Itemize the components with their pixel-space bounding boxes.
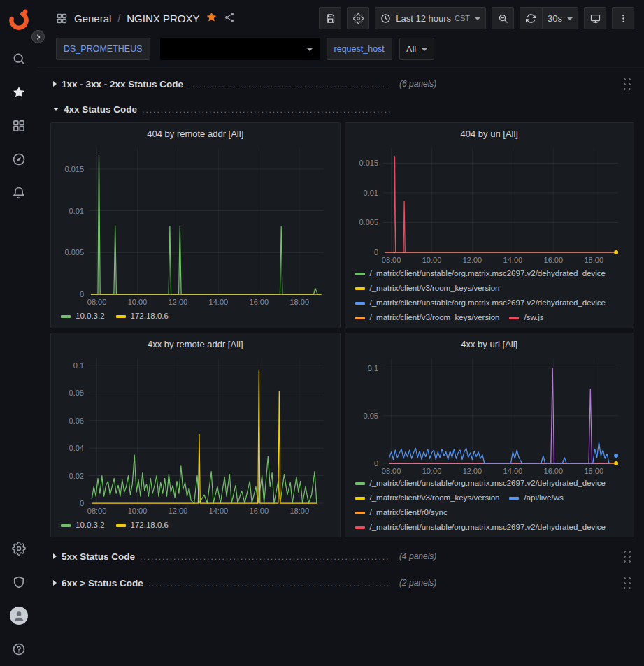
legend-item[interactable]: /_matrix/client/unstable/org.matrix.msc2… <box>355 268 606 280</box>
legend-label: /_matrix/client/v3/room_keys/version <box>370 282 500 294</box>
row-title: 5xx Status Code <box>62 551 135 562</box>
refresh-button-group: 30s <box>520 7 578 29</box>
panel-4xx-by-uri: 4xx by uri [All] 00.050.108:0010:0012:00… <box>345 333 635 537</box>
svg-text:0.04: 0.04 <box>69 444 84 452</box>
panel-title[interactable]: 404 by uri [All] <box>351 126 629 143</box>
variable-value-request-host[interactable]: All <box>399 38 434 60</box>
series-color-swatch <box>116 315 126 318</box>
legend-item[interactable]: 10.0.3.2 <box>61 310 105 322</box>
panel-title[interactable]: 4xx by uri [All] <box>351 336 629 353</box>
chevron-down-icon <box>307 48 313 51</box>
variables-bar: DS_PROMETHEUS request_host All <box>38 36 644 68</box>
time-range-label: Last 12 hours <box>396 13 451 24</box>
legend-item[interactable]: /_matrix/client/v3/room_keys/version <box>355 492 500 504</box>
legend-item[interactable]: /sw.js <box>509 312 543 324</box>
help-button[interactable] <box>3 632 34 666</box>
time-series-chart[interactable]: 00.050.108:0010:0012:0014:0016:0018:00 <box>351 353 628 475</box>
dashboard-content: 1xx - 3xx - 2xx Status Code ............… <box>38 68 644 666</box>
save-dashboard-button[interactable] <box>319 7 341 29</box>
legend-item[interactable]: /api/live/ws <box>509 492 563 504</box>
grafana-flame-icon <box>7 7 31 31</box>
zoom-out-button[interactable] <box>492 7 514 29</box>
svg-text:12:00: 12:00 <box>169 507 188 515</box>
panel-legend: 10.0.3.2172.18.0.6 <box>57 308 334 322</box>
leader-dots: ........................................… <box>142 105 392 115</box>
time-range-picker[interactable]: Last 12 hours CST <box>375 7 486 29</box>
dashboards-button[interactable] <box>3 109 34 143</box>
svg-text:0.02: 0.02 <box>69 472 84 480</box>
panel-404-by-remote-addr: 404 by remote addr [All] 00.0050.010.015… <box>50 122 341 328</box>
svg-text:0.1: 0.1 <box>73 361 84 370</box>
refresh-button[interactable] <box>520 7 542 29</box>
svg-text:10:00: 10:00 <box>128 298 148 306</box>
favorite-star-icon[interactable] <box>206 11 217 25</box>
refresh-interval-dropdown[interactable]: 30s <box>542 7 578 29</box>
legend-item[interactable]: /_matrix/client/v3/room_keys/version <box>355 312 500 324</box>
row-4xx[interactable]: 4xx Status Code ........................… <box>50 99 634 120</box>
panel-title[interactable]: 4xx by remote addr [All] <box>57 336 334 353</box>
variable-value-ds-prometheus[interactable] <box>160 38 320 60</box>
dashboard-settings-button[interactable] <box>347 7 369 29</box>
configuration-button[interactable] <box>3 532 34 565</box>
time-series-chart[interactable]: 00.020.040.060.080.108:0010:0012:0014:00… <box>57 353 334 517</box>
svg-text:0.08: 0.08 <box>69 389 84 397</box>
star-icon <box>12 85 26 99</box>
panel-4xx-by-remote-addr: 4xx by remote addr [All] 00.020.040.060.… <box>50 333 341 537</box>
svg-text:0.01: 0.01 <box>363 189 378 197</box>
series-color-swatch <box>355 482 365 485</box>
chevron-down-icon <box>53 108 59 111</box>
apps-icon <box>56 13 68 24</box>
series-color-swatch <box>355 287 365 290</box>
svg-text:18:00: 18:00 <box>290 298 310 306</box>
svg-text:0.05: 0.05 <box>363 411 378 419</box>
user-avatar-button[interactable] <box>3 599 34 632</box>
legend-label: 172.18.0.6 <box>131 310 169 322</box>
legend-item[interactable]: /_matrix/client/unstable/org.matrix.msc2… <box>355 521 606 533</box>
svg-text:14:00: 14:00 <box>209 507 229 515</box>
time-series-chart[interactable]: 00.0050.010.01508:0010:0012:0014:0016:00… <box>351 143 628 266</box>
main-area: General / NGINX PROXY <box>38 0 644 666</box>
legend-item[interactable]: /_matrix/client/unstable/org.matrix.msc2… <box>355 297 606 309</box>
svg-text:0: 0 <box>374 459 378 468</box>
breadcrumb-section[interactable]: General <box>74 13 111 24</box>
row-drag-handle[interactable] <box>621 548 631 565</box>
time-series-chart[interactable]: 00.0050.010.01508:0010:0012:0014:0016:00… <box>57 143 334 308</box>
row-drag-handle[interactable] <box>621 574 631 591</box>
variable-label-request-host: request_host <box>327 38 392 60</box>
legend-item[interactable]: 172.18.0.6 <box>116 519 169 531</box>
legend-item[interactable]: 172.18.0.6 <box>116 310 169 322</box>
alerting-button[interactable] <box>3 176 34 210</box>
row-5xx[interactable]: 5xx Status Code ........................… <box>50 546 634 567</box>
legend-item[interactable]: /_matrix/client/r0/sync <box>355 507 448 519</box>
panel-title[interactable]: 404 by remote addr [All] <box>57 126 334 143</box>
chevron-down-icon <box>567 17 573 20</box>
server-admin-button[interactable] <box>3 565 34 599</box>
row-6xx[interactable]: 6xx > Status Code ......................… <box>50 572 634 593</box>
row-drag-handle[interactable] <box>621 75 631 92</box>
row-1xx-3xx-2xx[interactable]: 1xx - 3xx - 2xx Status Code ............… <box>50 73 634 94</box>
svg-text:18:00: 18:00 <box>584 256 603 264</box>
svg-text:0.015: 0.015 <box>359 159 378 167</box>
legend-item[interactable]: /_matrix/client/v3/room_keys/version <box>355 282 500 294</box>
search-button[interactable] <box>3 42 34 75</box>
legend-label: /sw.js <box>524 312 543 324</box>
grafana-logo[interactable] <box>6 6 32 32</box>
starred-dashboards-button[interactable] <box>3 75 34 109</box>
legend-label: 172.18.0.6 <box>131 519 169 531</box>
svg-text:10:00: 10:00 <box>422 256 442 264</box>
legend-label: 10.0.3.2 <box>76 310 105 322</box>
panel-grid: 404 by remote addr [All] 00.0050.010.015… <box>50 122 634 537</box>
svg-text:0.01: 0.01 <box>69 207 84 215</box>
series-color-swatch <box>355 273 365 275</box>
leader-dots: ........................................… <box>140 552 390 562</box>
sidebar-expand-button[interactable] <box>31 30 45 43</box>
tv-mode-button[interactable] <box>584 7 606 29</box>
share-icon[interactable] <box>224 12 235 25</box>
more-options-button[interactable] <box>612 7 634 29</box>
svg-text:14:00: 14:00 <box>503 256 522 264</box>
legend-item[interactable]: /_matrix/client/unstable/org.matrix.msc2… <box>355 477 606 489</box>
explore-button[interactable] <box>3 143 34 176</box>
row-lead: 5xx Status Code ........................… <box>62 551 390 562</box>
legend-item[interactable]: 10.0.3.2 <box>61 519 105 531</box>
row-title: 4xx Status Code <box>64 104 137 115</box>
